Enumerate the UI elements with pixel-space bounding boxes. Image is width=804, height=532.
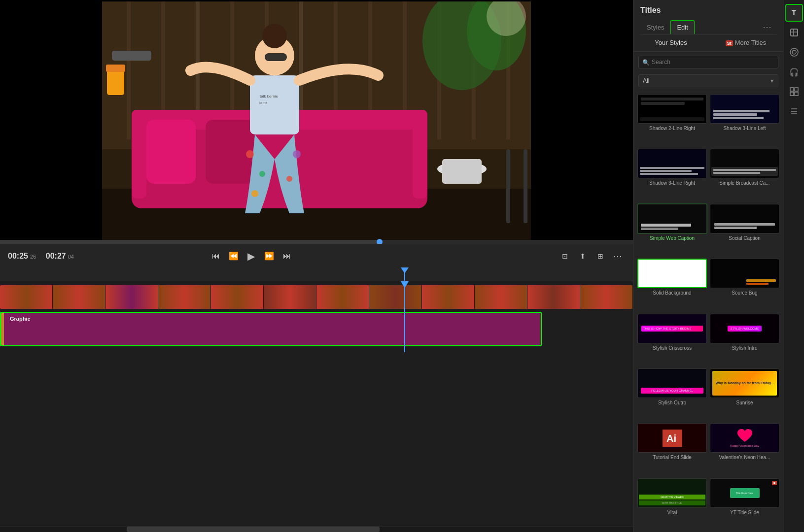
filter-row: All Lower Thirds Titles Credits: [633, 72, 783, 91]
thumbnail-strip: [211, 285, 264, 309]
svg-point-35: [251, 190, 258, 197]
svg-text:talk bernie: talk bernie: [260, 94, 278, 99]
title-name: Social Caption: [710, 235, 779, 241]
svg-rect-40: [112, 51, 151, 61]
tab-more[interactable]: ⋯: [759, 20, 776, 34]
title-item[interactable]: Simple Broadcast Ca...: [710, 149, 779, 200]
fit-button[interactable]: ⊡: [558, 249, 572, 263]
thumbnail-strip: [316, 285, 369, 309]
scrubber-handle[interactable]: [377, 239, 383, 244]
timeline-playhead[interactable]: [404, 267, 405, 281]
svg-text:to me: to me: [259, 101, 268, 104]
transform-panel-button[interactable]: [785, 83, 803, 100]
title-item[interactable]: Happy Valentines Day Valentine's Neon He…: [710, 423, 779, 474]
timeline-header: :25 :26: [0, 267, 633, 281]
title-item[interactable]: Shadow 2-Line Right: [637, 94, 707, 145]
video-preview: talk bernie to me: [0, 0, 633, 244]
title-item[interactable]: THIS IS HOW THE STORY BEGINS Stylish Cri…: [637, 314, 707, 365]
svg-rect-26: [524, 149, 527, 223]
svg-point-36: [293, 150, 301, 158]
timeline-scrubber[interactable]: [0, 240, 633, 244]
thumbnail-strip: [0, 285, 53, 309]
play-button[interactable]: ▶: [245, 249, 258, 263]
panel-title: Titles: [640, 6, 776, 15]
title-name: Source Bug: [710, 290, 779, 296]
style-tabs: Your Styles StMore Titles: [633, 35, 783, 52]
goto-end-button[interactable]: ⏭: [280, 249, 294, 263]
svg-point-37: [286, 176, 292, 182]
title-thumbnail: [710, 94, 779, 124]
title-thumbnail: Happy Valentines Day: [710, 423, 779, 453]
title-name: Shadow 3-Line Right: [637, 180, 707, 186]
title-name: YT Title Slide: [710, 509, 779, 516]
title-item[interactable]: FOLLOW US YOUR CHANNEL Stylish Outro: [637, 368, 707, 419]
svg-rect-44: [791, 29, 798, 36]
thumbnail-strip: [53, 285, 105, 309]
panel-header: Titles Styles Edit ⋯: [633, 0, 783, 35]
title-thumbnail: [710, 149, 779, 178]
title-name: Stylish Intro: [710, 345, 779, 351]
your-styles-tab[interactable]: Your Styles: [633, 35, 708, 51]
svg-rect-25: [506, 149, 510, 223]
playhead-triangle: [401, 267, 409, 273]
title-name: Solid Background: [637, 290, 707, 296]
titles-panel-button[interactable]: T: [785, 4, 803, 22]
step-forward-button[interactable]: ⏩: [262, 249, 276, 263]
video-thumbnails: [0, 285, 633, 309]
title-item[interactable]: Solid Background: [637, 259, 707, 309]
title-thumbnail: Ai: [637, 423, 707, 453]
audio-panel-button[interactable]: 🎧: [785, 63, 803, 81]
title-item[interactable]: Shadow 3-Line Left: [710, 94, 779, 145]
right-panel: Titles Styles Edit ⋯ Your Styles StMore …: [633, 0, 783, 532]
title-item[interactable]: GRAB THE VIEWERWITH THIS TITLE! Viral: [637, 478, 707, 529]
video-track[interactable]: [0, 285, 633, 309]
titles-grid: Shadow 2-Line Right Shadow 3-Line Left S…: [633, 91, 783, 532]
title-name: Stylish Outro: [637, 399, 707, 406]
thumbnail-strip: [264, 285, 316, 309]
tab-edit[interactable]: Edit: [670, 20, 694, 34]
graphic-track-block[interactable]: Graphic: [0, 312, 542, 346]
transport-controls: ⏮ ⏪ ▶ ⏩ ⏭: [209, 249, 294, 263]
tab-styles[interactable]: Styles: [640, 20, 670, 34]
filter-select[interactable]: All Lower Thirds Titles Credits: [638, 74, 778, 87]
current-frame: 26: [30, 254, 36, 260]
svg-point-48: [792, 50, 796, 54]
title-name: Tutorial End Slide: [637, 454, 707, 461]
thumbnail-strip: [475, 285, 527, 309]
title-item[interactable]: Simple Web Caption: [637, 204, 707, 255]
svg-point-47: [790, 48, 798, 56]
title-name: Stylish Crisscross: [637, 345, 707, 351]
share-button[interactable]: ⊞: [594, 249, 607, 263]
effects-panel-button[interactable]: [785, 43, 803, 61]
title-item[interactable]: ■Title Goes Here YT Title Slide: [710, 478, 779, 529]
title-item[interactable]: Ai Tutorial End Slide: [637, 423, 707, 474]
thumbnail-strip: [527, 285, 580, 309]
title-name: Valentine's Neon Hea...: [710, 454, 779, 461]
transport-right: ⊡ ⬆ ⊞ ⋯: [558, 249, 625, 263]
search-bar: 🔍: [633, 52, 783, 72]
more-button[interactable]: ⋯: [611, 249, 625, 263]
align-panel-button[interactable]: [785, 102, 803, 120]
more-titles-tab[interactable]: StMore Titles: [708, 35, 783, 51]
thumbnail-strip: [580, 285, 633, 309]
timeline-scrollbar[interactable]: [0, 526, 633, 532]
title-name: Shadow 3-Line Left: [710, 125, 779, 132]
graphic-track-container: Graphic: [0, 312, 633, 348]
export-button[interactable]: ⬆: [576, 249, 590, 263]
title-thumbnail: [637, 259, 707, 288]
timeline-scroll-thumb[interactable]: [127, 527, 380, 532]
graphic-label: Graphic: [10, 316, 31, 322]
svg-rect-32: [265, 53, 287, 61]
svg-rect-49: [790, 88, 794, 91]
title-item[interactable]: Social Caption: [710, 204, 779, 255]
title-item[interactable]: Why is Monday so far from Friday... Sunr…: [710, 368, 779, 419]
goto-start-button[interactable]: ⏮: [209, 249, 223, 263]
title-item[interactable]: STYLISH WELCOME Stylish Intro: [710, 314, 779, 365]
svg-rect-29: [250, 75, 299, 134]
svg-rect-51: [790, 92, 794, 96]
search-input[interactable]: [638, 56, 778, 68]
crop-panel-button[interactable]: [785, 24, 803, 41]
step-back-button[interactable]: ⏪: [227, 249, 241, 263]
title-item[interactable]: Source Bug: [710, 259, 779, 309]
title-item[interactable]: Shadow 3-Line Right: [637, 149, 707, 200]
